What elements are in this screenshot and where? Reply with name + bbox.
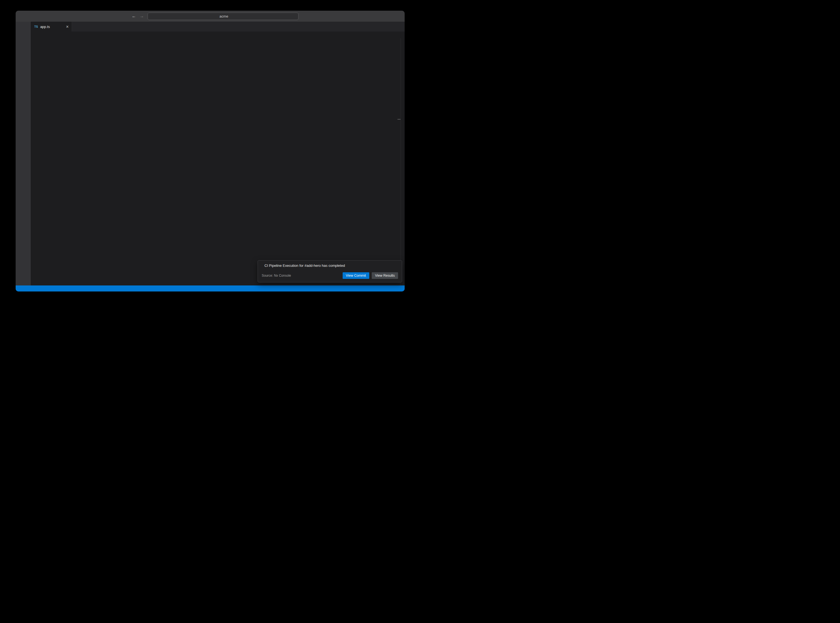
editor-actions [377, 21, 399, 32]
breadcrumb [31, 32, 405, 38]
notification-toast: CI Pipeline Execution for #add-hero has … [258, 260, 402, 282]
overview-ruler[interactable] [401, 38, 405, 285]
close-window-button[interactable] [21, 15, 25, 18]
tab-bar: TS app.ts ✕ [31, 21, 405, 32]
search-value: acme [220, 14, 228, 18]
command-center-search[interactable]: acme [147, 12, 298, 20]
maximize-window-button[interactable] [33, 15, 36, 18]
editor-group: TS app.ts ✕ [31, 21, 405, 285]
title-bar: ← → acme [15, 11, 405, 21]
notification-source: Source: Nx Console [262, 274, 291, 278]
status-bar [15, 285, 405, 292]
code-editor[interactable] [31, 38, 405, 285]
tab-label: app.ts [40, 25, 50, 29]
overview-ruler-mark [398, 119, 401, 120]
view-results-button[interactable]: View Results [372, 272, 398, 279]
notification-title: CI Pipeline Execution for #add-hero has … [264, 264, 345, 268]
activity-bar [15, 21, 31, 285]
view-commit-button[interactable]: View Commit [342, 272, 369, 279]
screenshot-canvas: { "window_controls": { "close": "#ff5f57… [0, 0, 420, 312]
tab-app-ts[interactable]: TS app.ts ✕ [31, 21, 72, 32]
history-back-button[interactable]: ← [132, 14, 136, 18]
window-controls [21, 15, 48, 18]
history-forward-button[interactable]: → [140, 14, 144, 18]
typescript-file-icon: TS [34, 25, 38, 28]
tab-close-icon[interactable]: ✕ [66, 25, 69, 29]
vscode-window: ← → acme TS [15, 11, 405, 292]
minimize-window-button[interactable] [27, 15, 31, 18]
